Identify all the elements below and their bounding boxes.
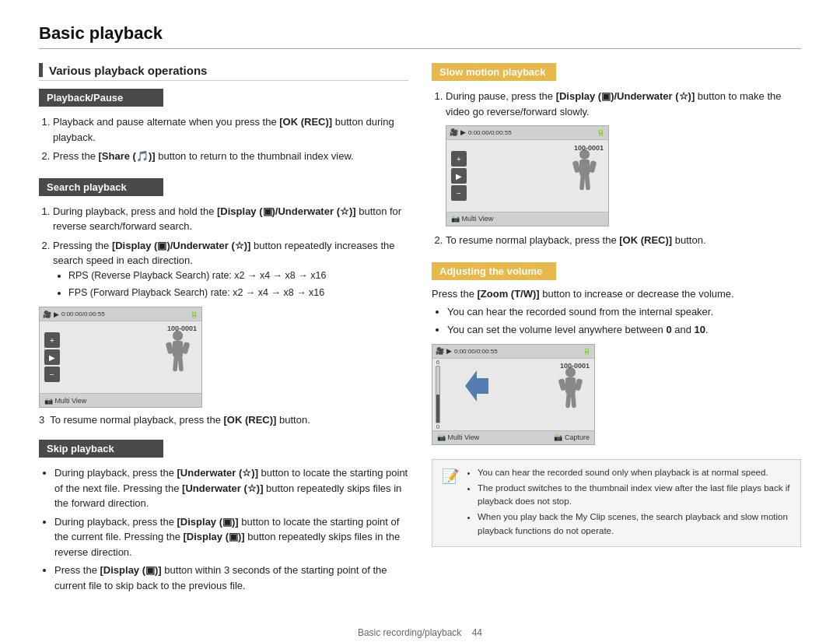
page-footer: Basic recording/playback 44 xyxy=(39,623,801,638)
list-item: The product switches to the thumbnail in… xyxy=(478,482,791,509)
slow-motion-list: During pause, press the [Display (▣)/Und… xyxy=(432,89,801,248)
svg-rect-17 xyxy=(565,391,571,408)
volume-bullets: You can hear the recorded sound from the… xyxy=(432,304,801,338)
list-item: Playback and pause alternate when you pr… xyxy=(53,114,408,145)
playback-pause-section: Playback/Pause Playback and pause altern… xyxy=(39,89,408,164)
cam-controls-sm: + ▶ − xyxy=(446,140,471,212)
slow-motion-section: Slow motion playback During pause, press… xyxy=(432,63,801,248)
page-title: Basic playback xyxy=(39,23,801,49)
cam-id-sm: 100-0001 xyxy=(574,143,604,154)
footer-text: Basic recording/playback xyxy=(358,627,461,638)
cam-id: 100-0001 xyxy=(167,325,197,332)
search-playback-section: Search playback During playback, press a… xyxy=(39,178,408,426)
volume-bar xyxy=(436,366,440,423)
svg-rect-1 xyxy=(173,340,183,356)
right-column: Slow motion playback During pause, press… xyxy=(432,63,801,607)
cam-bottom-bar-vol: 📷 Multi View 📸 Capture xyxy=(432,430,594,444)
cam-top-bar-vol: 🎥 ▶ 0:00:00/0:00:55 🔋 xyxy=(432,345,594,359)
svg-rect-14 xyxy=(565,377,576,394)
cam-icons-left-vol: 🎥 ▶ 0:00:00/0:00:55 xyxy=(436,347,498,355)
svg-rect-4 xyxy=(173,355,178,371)
cam-body-sm: + ▶ − 100-0001 xyxy=(446,140,608,212)
search-playback-bar: Search playback xyxy=(39,178,163,196)
cam-body: + ▶ − 100-0001 xyxy=(40,321,201,393)
adjusting-volume-section: Adjusting the volume Press the [Zoom (T/… xyxy=(432,262,801,445)
skip-playback-list: During playback, press the [Underwater (… xyxy=(39,465,408,593)
cam-body-vol: 6 0 100-0001 xyxy=(432,359,594,430)
list-item: During playback, press the [Display (▣)]… xyxy=(54,514,408,560)
note-content: You can hear the recorded sound only whe… xyxy=(465,466,791,540)
list-item: To resume normal playback, press the [OK… xyxy=(446,233,801,248)
list-item: During playback, press the [Underwater (… xyxy=(54,465,408,511)
search-playback-screen: 🎥 ▶ 0:00:00/0:00:55 🔋 + ▶ − 100-0001 xyxy=(39,307,202,408)
rps-fps-list: RPS (Reverse Playback Search) rate: x2 →… xyxy=(53,268,408,301)
skip-playback-bar: Skip playback xyxy=(39,440,163,458)
figure-silhouette xyxy=(151,328,194,387)
search-resume-text: 3 To resume normal playback, press the [… xyxy=(39,414,408,426)
volume-intro: Press the [Zoom (T/W)] button to increas… xyxy=(432,288,801,300)
cam-multiview-sm: 📷 Multi View xyxy=(451,214,493,225)
cam-icon-sm-1: 🎥 xyxy=(450,128,458,139)
list-item: Press the [Display (▣)] button within 3 … xyxy=(54,563,408,593)
note-list: You can hear the recorded sound only whe… xyxy=(465,466,791,538)
cam-btn-play-sm: ▶ xyxy=(451,168,467,184)
section-header-various: Various playback operations xyxy=(39,63,408,77)
cam-btn-plus: + xyxy=(44,332,60,348)
cam-icon-2: ▶ xyxy=(54,310,59,318)
playback-pause-bar: Playback/Pause xyxy=(39,89,163,107)
skip-playback-section: Skip playback During playback, press the… xyxy=(39,440,408,593)
figure-silhouette-vol xyxy=(544,365,586,423)
left-accent-bar xyxy=(39,63,43,77)
svg-marker-12 xyxy=(465,370,488,402)
cam-video-area-vol: 100-0001 xyxy=(442,359,594,430)
list-item: During playback, press and hold the [Dis… xyxy=(53,204,408,234)
list-item: You can hear the recorded sound from the… xyxy=(447,304,801,320)
volume-fill xyxy=(436,395,439,423)
cam-id-vol: 100-0001 xyxy=(560,362,590,370)
list-item: RPS (Reverse Playback Search) rate: x2 →… xyxy=(68,268,408,283)
slow-motion-bar: Slow motion playback xyxy=(432,63,556,81)
search-playback-list: During playback, press and hold the [Dis… xyxy=(39,204,408,301)
svg-rect-7 xyxy=(579,159,590,175)
page-number: 44 xyxy=(472,627,482,638)
cam-icon-sm-2: ▶ xyxy=(460,128,466,139)
cam-icons-left: 🎥 ▶ 0:00:00/0:00:55 xyxy=(43,310,105,318)
volume-bar-container: 6 0 xyxy=(432,359,442,430)
note-icon: 📝 xyxy=(442,468,459,485)
cam-btn-plus-sm: + xyxy=(451,151,467,167)
cam-controls: + ▶ − xyxy=(40,321,65,393)
cam-btn-minus-sm: − xyxy=(451,185,467,201)
list-item: During pause, press the [Display (▣)/Und… xyxy=(446,89,801,226)
cam-video-area-sm: 100-0001 xyxy=(471,140,608,212)
list-item: You can set the volume level anywhere be… xyxy=(447,322,801,338)
cam-battery-vol: 🔋 xyxy=(583,347,591,355)
svg-rect-10 xyxy=(579,174,585,190)
note-box: 📝 You can hear the recorded sound only w… xyxy=(432,459,801,547)
cam-icon-1: 🎥 xyxy=(43,310,51,318)
cam-bottom-bar: 📷 Multi View xyxy=(40,393,201,407)
vol-label-top: 6 xyxy=(436,359,439,366)
cam-video-area: 100-0001 xyxy=(65,321,201,393)
cam-timestamp-vol: 0:00:00/0:00:55 xyxy=(454,348,498,355)
cam-timestamp-sm: 0:00:00/0:00:55 xyxy=(468,128,512,138)
playback-pause-list: Playback and pause alternate when you pr… xyxy=(39,114,408,164)
volume-screen: 🎥 ▶ 0:00:00/0:00:55 🔋 6 0 xyxy=(432,344,595,445)
list-item: Pressing the [Display (▣)/Underwater (☆)… xyxy=(53,238,408,301)
cam-top-bar-sm: 🎥 ▶ 0:00:00/0:00:55 🔋 xyxy=(446,126,608,140)
svg-rect-5 xyxy=(178,355,184,371)
adjusting-volume-bar: Adjusting the volume xyxy=(432,262,556,280)
cam-timestamp: 0:00:00/0:00:55 xyxy=(61,310,105,317)
svg-rect-18 xyxy=(571,391,576,408)
cam-btn-minus: − xyxy=(44,367,60,382)
cam-multiview-label: 📷 Multi View xyxy=(44,397,86,405)
svg-rect-11 xyxy=(585,174,590,190)
cam-btn-play: ▶ xyxy=(44,349,60,365)
cam-capture-vol: 📸 Capture xyxy=(554,433,590,441)
cam-icons-left-sm: 🎥 ▶ 0:00:00/0:00:55 xyxy=(450,128,512,139)
figure-silhouette-sm xyxy=(558,147,600,205)
cam-top-bar: 🎥 ▶ 0:00:00/0:00:55 🔋 xyxy=(40,307,201,321)
list-item: Press the [Share (🎵)] button to return t… xyxy=(53,149,408,164)
list-item: When you play back the My Clip scenes, t… xyxy=(478,510,791,538)
cam-battery-icon: 🔋 xyxy=(190,310,198,318)
list-item: You can hear the recorded sound only whe… xyxy=(478,466,791,479)
